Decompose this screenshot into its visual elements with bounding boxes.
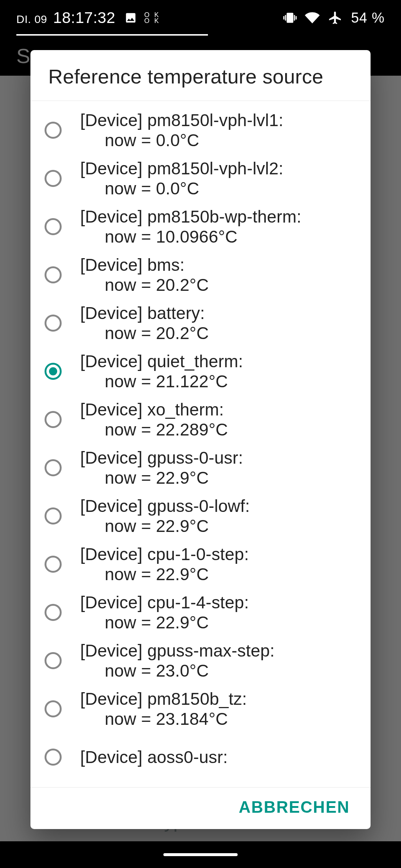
option-row[interactable]: [Device] xo_therm:now = 22.289°C — [30, 395, 371, 444]
option-label: [Device] pm8150b_tz:now = 23.184°C — [80, 689, 247, 729]
radio-icon[interactable] — [45, 363, 62, 380]
option-line2: now = 22.9°C — [80, 564, 249, 584]
previous-option-truncated: now = 0.0°C — [30, 101, 371, 106]
option-line1: [Device] gpuss-max-step: — [80, 641, 275, 661]
option-line2: now = 23.0°C — [80, 661, 275, 681]
option-line1: [Device] pm8150l-vph-lvl1: — [80, 110, 283, 130]
option-line1: [Device] aoss0-usr: — [80, 747, 228, 767]
radio-icon[interactable] — [45, 556, 62, 573]
radio-icon[interactable] — [45, 266, 62, 283]
option-label: [Device] battery:now = 20.2°C — [80, 303, 209, 343]
radio-icon[interactable] — [45, 411, 62, 428]
option-label: [Device] pm8150l-vph-lvl1:now = 0.0°C — [80, 110, 283, 151]
home-pill[interactable] — [163, 853, 238, 856]
vibrate-icon — [283, 11, 297, 24]
option-line1: [Device] cpu-1-0-step: — [80, 544, 249, 564]
option-row[interactable]: [Device] pm8150b_tz:now = 23.184°C — [30, 685, 371, 733]
radio-icon[interactable] — [45, 170, 62, 187]
option-label: [Device] gpuss-0-lowf:now = 22.9°C — [80, 496, 250, 536]
cancel-button[interactable]: ABBRECHEN — [239, 798, 350, 816]
option-line1: [Device] gpuss-0-usr: — [80, 448, 243, 468]
option-row[interactable]: [Device] cpu-1-0-step:now = 22.9°C — [30, 540, 371, 588]
dialog-option-list[interactable]: now = 0.0°C [Device] pm8150l-vph-lvl1:no… — [30, 101, 371, 787]
option-line2: now = 10.0966°C — [80, 227, 301, 247]
option-line1: [Device] pm8150b-wp-therm: — [80, 207, 301, 227]
radio-icon[interactable] — [45, 700, 62, 717]
radio-icon[interactable] — [45, 218, 62, 235]
option-row[interactable]: [Device] aoss0-usr: — [30, 733, 371, 781]
option-row[interactable]: [Device] cpu-1-4-step:now = 22.9°C — [30, 588, 371, 637]
option-label: [Device] quiet_therm:now = 21.122°C — [80, 351, 243, 392]
option-line1: [Device] battery: — [80, 303, 209, 323]
option-line1: [Device] pm8150b_tz: — [80, 689, 247, 709]
option-row[interactable]: [Device] pm8150l-vph-lvl1:now = 0.0°C — [30, 106, 371, 154]
radio-icon[interactable] — [45, 315, 62, 332]
option-line1: [Device] xo_therm: — [80, 400, 228, 420]
option-line1: [Device] quiet_therm: — [80, 351, 243, 371]
dialog-title: Reference temperature source — [30, 50, 371, 101]
radio-icon[interactable] — [45, 122, 62, 139]
navigation-bar — [0, 841, 401, 868]
option-line2: now = 20.2°C — [80, 275, 209, 295]
option-line2: now = 0.0°C — [80, 130, 283, 150]
option-label: [Device] gpuss-0-usr:now = 22.9°C — [80, 448, 243, 488]
option-label: [Device] cpu-1-0-step:now = 22.9°C — [80, 544, 249, 585]
wifi-icon — [305, 10, 320, 25]
option-line2: now = 0.0°C — [80, 178, 283, 198]
option-line2: now = 23.184°C — [80, 709, 247, 729]
option-label: [Device] cpu-1-4-step:now = 22.9°C — [80, 592, 249, 633]
option-line2: now = 22.9°C — [80, 468, 243, 488]
dialog-actions: ABBRECHEN — [30, 787, 371, 829]
option-line1: [Device] cpu-1-4-step: — [80, 592, 249, 612]
ok-indicator-icon: O K O K — [144, 12, 160, 24]
option-row[interactable]: [Device] pm8150b-wp-therm:now = 10.0966°… — [30, 203, 371, 251]
option-label: [Device] pm8150l-vph-lvl2:now = 0.0°C — [80, 158, 283, 199]
option-line1: [Device] gpuss-0-lowf: — [80, 496, 250, 516]
option-label: [Device] xo_therm:now = 22.289°C — [80, 400, 228, 440]
option-row[interactable]: [Device] gpuss-max-step:now = 23.0°C — [30, 637, 371, 685]
airplane-icon — [328, 10, 343, 25]
option-row[interactable]: [Device] bms:now = 20.2°C — [30, 251, 371, 299]
option-row[interactable]: [Device] quiet_therm:now = 21.122°C — [30, 347, 371, 395]
option-row[interactable]: [Device] gpuss-0-lowf:now = 22.9°C — [30, 492, 371, 540]
radio-icon[interactable] — [45, 652, 62, 669]
radio-icon[interactable] — [45, 507, 62, 525]
image-icon — [124, 11, 137, 24]
status-time: 18:17:32 — [53, 9, 115, 27]
option-row[interactable]: [Device] battery:now = 20.2°C — [30, 299, 371, 347]
radio-icon[interactable] — [45, 604, 62, 621]
option-label: [Device] pm8150b-wp-therm:now = 10.0966°… — [80, 207, 301, 247]
reference-temperature-dialog: Reference temperature source now = 0.0°C… — [30, 50, 371, 829]
option-line2: now = 21.122°C — [80, 371, 243, 391]
option-row[interactable]: [Device] pm8150l-vph-lvl2:now = 0.0°C — [30, 154, 371, 203]
option-row[interactable]: [Device] gpuss-0-usr:now = 22.9°C — [30, 444, 371, 492]
option-label: [Device] bms:now = 20.2°C — [80, 255, 209, 295]
option-label: [Device] aoss0-usr: — [80, 747, 228, 767]
battery-percent: 54 % — [351, 10, 385, 26]
option-line2: now = 22.289°C — [80, 420, 228, 440]
status-bar: DI. 09 18:17:32 O K O K 54 % — [0, 0, 401, 36]
option-line1: [Device] pm8150l-vph-lvl2: — [80, 158, 283, 178]
radio-icon[interactable] — [45, 749, 62, 766]
option-label: [Device] gpuss-max-step:now = 23.0°C — [80, 641, 275, 681]
radio-icon[interactable] — [45, 459, 62, 476]
status-date: DI. 09 — [16, 13, 47, 26]
option-line2: now = 20.2°C — [80, 323, 209, 343]
option-line1: [Device] bms: — [80, 255, 209, 275]
option-line2: now = 22.9°C — [80, 612, 249, 632]
option-line2: now = 22.9°C — [80, 516, 250, 536]
